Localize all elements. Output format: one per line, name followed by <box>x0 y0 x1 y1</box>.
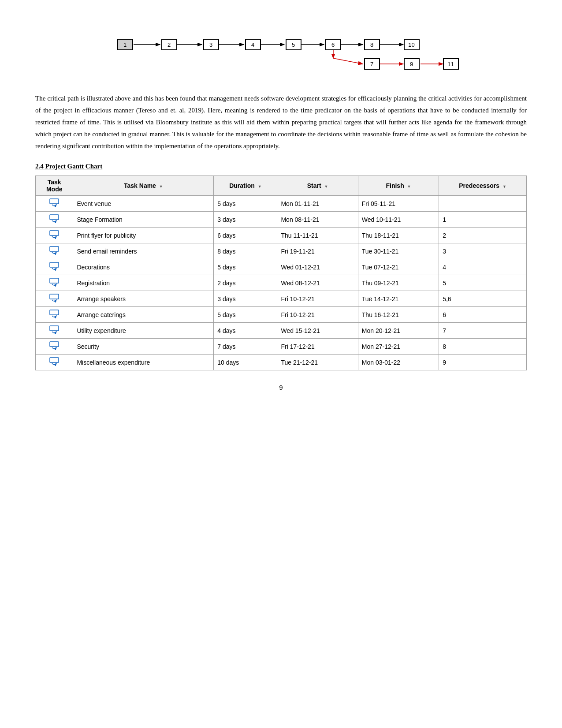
cell-task-name: Decorations <box>73 259 214 275</box>
node-2: 2 <box>161 39 177 50</box>
cell-finish: Thu 16-12-21 <box>358 307 439 323</box>
task-mode-icon <box>49 230 59 239</box>
header-finish[interactable]: Finish ▼ <box>358 176 439 196</box>
cell-start: Tue 21-12-21 <box>277 355 358 370</box>
task-mode-icon <box>49 310 59 318</box>
cell-duration: 10 days <box>214 355 277 370</box>
cell-predecessors: 1 <box>439 212 527 228</box>
cell-predecessors: 7 <box>439 323 527 339</box>
cell-start: Fri 10-12-21 <box>277 291 358 307</box>
cell-predecessors: 3 <box>439 243 527 259</box>
cell-duration: 4 days <box>214 323 277 339</box>
cell-task-mode <box>36 259 73 275</box>
cell-task-mode <box>36 212 73 228</box>
node-7: 7 <box>364 58 380 70</box>
node-6: 6 <box>325 39 341 50</box>
cell-task-name: Stage Formation <box>73 212 214 228</box>
cell-predecessors: 8 <box>439 339 527 355</box>
task-mode-icon <box>49 246 59 255</box>
cell-start: Fri 19-11-21 <box>277 243 358 259</box>
cell-task-name: Security <box>73 339 214 355</box>
table-row: Print flyer for publicity6 daysThu 11-11… <box>36 228 527 243</box>
cell-duration: 5 days <box>214 259 277 275</box>
header-start[interactable]: Start ▼ <box>277 176 358 196</box>
cell-task-name: Print flyer for publicity <box>73 228 214 243</box>
table-header-row: TaskMode Task Name ▼ Duration ▼ Start ▼ … <box>36 176 527 196</box>
table-row: Stage Formation3 daysMon 08-11-21Wed 10-… <box>36 212 527 228</box>
table-row: Registration2 daysWed 08-12-21Thu 09-12-… <box>36 275 527 291</box>
cell-duration: 6 days <box>214 228 277 243</box>
cell-finish: Tue 30-11-21 <box>358 243 439 259</box>
cell-task-mode <box>36 355 73 370</box>
svg-line-10 <box>333 58 363 64</box>
svg-rect-19 <box>50 246 59 251</box>
cell-duration: 3 days <box>214 212 277 228</box>
svg-rect-31 <box>50 342 59 347</box>
node-10: 10 <box>404 39 420 50</box>
cell-duration: 8 days <box>214 243 277 259</box>
header-duration[interactable]: Duration ▼ <box>214 176 277 196</box>
cell-finish: Tue 07-12-21 <box>358 259 439 275</box>
svg-rect-27 <box>50 310 59 315</box>
svg-rect-13 <box>50 199 59 204</box>
cell-task-mode <box>36 339 73 355</box>
task-mode-icon <box>49 214 59 223</box>
cell-duration: 5 days <box>214 307 277 323</box>
cell-task-mode <box>36 243 73 259</box>
cell-task-mode <box>36 228 73 243</box>
cell-start: Mon 08-11-21 <box>277 212 358 228</box>
header-task-name[interactable]: Task Name ▼ <box>73 176 214 196</box>
cell-start: Mon 01-11-21 <box>277 196 358 212</box>
cell-finish: Mon 20-12-21 <box>358 323 439 339</box>
table-row: Arrange caterings5 daysFri 10-12-21Thu 1… <box>36 307 527 323</box>
cell-predecessors: 5,6 <box>439 291 527 307</box>
node-11: 11 <box>443 58 459 70</box>
cell-task-name: Event venue <box>73 196 214 212</box>
svg-rect-33 <box>50 358 59 362</box>
node-5: 5 <box>286 39 301 50</box>
cell-finish: Mon 03-01-22 <box>358 355 439 370</box>
cell-predecessors <box>439 196 527 212</box>
cell-start: Wed 08-12-21 <box>277 275 358 291</box>
cell-predecessors: 9 <box>439 355 527 370</box>
svg-rect-17 <box>50 231 59 235</box>
svg-rect-15 <box>50 215 59 220</box>
table-row: Miscellaneous expenditure10 daysTue 21-1… <box>36 355 527 370</box>
section-heading: 2.4 Project Gantt Chart <box>35 163 527 170</box>
cell-task-mode <box>36 323 73 339</box>
task-mode-icon <box>49 325 59 334</box>
gantt-table: TaskMode Task Name ▼ Duration ▼ Start ▼ … <box>35 175 527 370</box>
task-mode-icon <box>49 294 59 302</box>
table-row: Utility expenditure4 daysWed 15-12-21Mon… <box>36 323 527 339</box>
cell-task-name: Arrange speakers <box>73 291 214 307</box>
header-predecessors[interactable]: Predecessors ▼ <box>439 176 527 196</box>
node-9: 9 <box>404 58 420 70</box>
critical-path-diagram: 1 2 3 4 5 6 8 10 7 9 11 <box>35 26 527 75</box>
task-mode-icon <box>49 198 59 207</box>
table-row: Event venue5 daysMon 01-11-21Fri 05-11-2… <box>36 196 527 212</box>
cell-finish: Fri 05-11-21 <box>358 196 439 212</box>
cell-finish: Thu 18-11-21 <box>358 228 439 243</box>
cell-task-mode <box>36 291 73 307</box>
node-3: 3 <box>203 39 219 50</box>
cell-start: Thu 11-11-21 <box>277 228 358 243</box>
node-8: 8 <box>364 39 380 50</box>
cell-predecessors: 6 <box>439 307 527 323</box>
cell-task-mode <box>36 196 73 212</box>
cell-start: Fri 17-12-21 <box>277 339 358 355</box>
cell-task-mode <box>36 307 73 323</box>
cell-duration: 2 days <box>214 275 277 291</box>
cell-duration: 5 days <box>214 196 277 212</box>
cell-predecessors: 5 <box>439 275 527 291</box>
cell-finish: Tue 14-12-21 <box>358 291 439 307</box>
cell-duration: 7 days <box>214 339 277 355</box>
table-row: Security7 daysFri 17-12-21Mon 27-12-218 <box>36 339 527 355</box>
cell-finish: Thu 09-12-21 <box>358 275 439 291</box>
cell-task-name: Send email reminders <box>73 243 214 259</box>
cell-finish: Mon 27-12-21 <box>358 339 439 355</box>
svg-rect-25 <box>50 294 59 299</box>
cell-task-mode <box>36 275 73 291</box>
cell-finish: Wed 10-11-21 <box>358 212 439 228</box>
cell-task-name: Registration <box>73 275 214 291</box>
table-row: Decorations5 daysWed 01-12-21Tue 07-12-2… <box>36 259 527 275</box>
